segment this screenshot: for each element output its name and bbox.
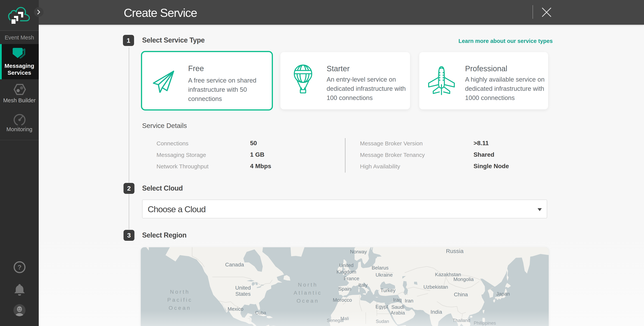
svg-text:Russia: Russia (446, 248, 464, 254)
svg-text:North: North (298, 282, 318, 288)
svg-text:China: China (454, 292, 468, 298)
svg-text:Morocco: Morocco (333, 297, 352, 303)
svg-text:Japan: Japan (496, 291, 510, 297)
svg-text:?: ? (18, 264, 22, 271)
svg-text:Uzbekistan: Uzbekistan (424, 284, 448, 290)
svg-text:Iran: Iran (405, 298, 414, 304)
svg-text:Italy: Italy (358, 282, 368, 288)
svg-text:Ocean: Ocean (168, 305, 191, 311)
svg-text:United: United (339, 262, 354, 268)
svg-text:Ukraine: Ukraine (376, 272, 393, 278)
svg-text:United: United (235, 285, 251, 291)
svg-text:North: North (170, 289, 190, 295)
svg-text:Saudi: Saudi (392, 304, 404, 310)
svg-text:Spain: Spain (338, 286, 351, 292)
svg-text:Atlantic: Atlantic (294, 290, 322, 296)
svg-text:Egypt: Egypt (376, 304, 388, 310)
svg-text:Kingdom: Kingdom (336, 269, 356, 275)
svg-text:Iraq: Iraq (393, 297, 402, 303)
svg-text:States: States (235, 291, 250, 297)
svg-text:Mongolia: Mongolia (453, 276, 474, 282)
svg-text:Norway: Norway (350, 249, 367, 255)
svg-text:France: France (344, 276, 360, 281)
svg-text:Canada: Canada (225, 262, 244, 268)
svg-text:Ocean: Ocean (296, 298, 319, 304)
svg-text:Turkey: Turkey (380, 288, 396, 293)
svg-text:Belarus: Belarus (372, 265, 388, 271)
svg-text:Pacific: Pacific (167, 297, 192, 303)
